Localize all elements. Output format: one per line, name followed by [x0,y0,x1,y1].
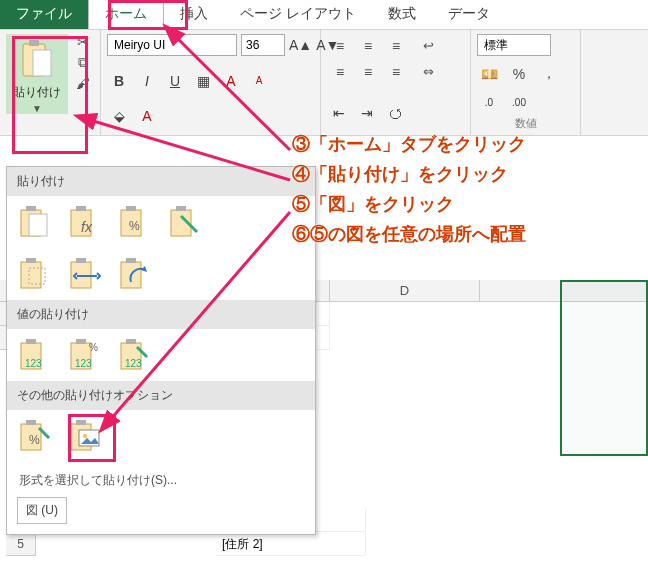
italic-button[interactable]: I [135,70,159,92]
paste-dropdown-panel: 貼り付け fx % 値の貼り付け 123 123% 123 その他の貼り付けオプ… [6,166,316,535]
paste-keep-source-icon[interactable] [167,204,203,240]
paste-transpose-icon[interactable] [117,256,153,292]
number-format-select[interactable] [477,34,551,56]
fill-color-button[interactable]: ⬙ [107,105,131,127]
svg-rect-32 [26,420,36,425]
svg-rect-15 [26,258,36,263]
cell-b5[interactable]: [住所 2] [216,532,366,556]
tab-formula[interactable]: 数式 [372,0,432,29]
svg-rect-13 [176,206,186,211]
paste-as-picture-icon[interactable] [67,418,103,454]
paste-values-format-icon[interactable]: 123 [117,337,153,373]
svg-rect-1 [29,40,39,46]
svg-text:%: % [89,342,98,353]
comma-button[interactable]: ， [537,63,561,85]
border-button[interactable]: ▦ [191,70,215,92]
paste-normal-icon[interactable] [17,204,53,240]
paste-formula-number-icon[interactable]: % [117,204,153,240]
annotation-line-1: ③「ホーム」タブをクリック [292,132,526,156]
bold-button[interactable]: B [107,70,131,92]
font-name-input[interactable] [107,34,237,56]
paste-other-title: その他の貼り付けオプション [7,381,315,410]
paste-button[interactable]: 貼り付け ▼ [6,34,68,114]
svg-rect-7 [76,206,86,211]
percent-button[interactable]: % [507,63,531,85]
row-header-5[interactable]: 5 [6,532,36,556]
annotation-line-3: ⑤「図」をクリック [292,192,454,216]
paste-label: 貼り付け [13,84,61,101]
svg-rect-2 [33,50,51,76]
tab-file[interactable]: ファイル [0,0,88,29]
svg-rect-4 [26,206,36,211]
merge-button[interactable]: ⇔ [415,60,441,82]
svg-text:123: 123 [125,358,142,369]
svg-rect-29 [126,339,136,344]
svg-text:fx: fx [81,219,93,235]
increase-decimal-button[interactable]: .00 [507,91,531,113]
svg-rect-18 [76,258,86,263]
paste-dropdown-icon[interactable]: ▼ [32,103,42,114]
ruby-small-icon[interactable]: A [247,70,271,92]
paste-values-title: 値の貼り付け [7,300,315,329]
svg-text:%: % [129,219,140,233]
paste-values-icon[interactable]: 123 [17,337,53,373]
svg-rect-5 [29,214,47,236]
paste-noborder-icon[interactable] [17,256,53,292]
underline-button[interactable]: U [163,70,187,92]
paste-section-title: 貼り付け [7,167,315,196]
tab-home[interactable]: ホーム [88,0,164,29]
ribbon: 貼り付け ▼ ✂ ⧉ 🖌 A▲ A▼ B I U ▦ A A ⬙ A [0,30,648,136]
indent-inc-button[interactable]: ⇥ [355,102,379,124]
cut-icon[interactable]: ✂ [72,34,94,50]
alignment-grid[interactable]: ≡≡≡ ≡≡≡ [327,34,409,84]
wrap-text-button[interactable]: ↩ [415,34,441,56]
svg-point-37 [83,434,87,438]
copy-icon[interactable]: ⧉ [72,54,94,71]
tab-page-layout[interactable]: ページ レイアウト [224,0,372,29]
paste-formatting-icon[interactable]: % [17,418,53,454]
paste-values-number-icon[interactable]: 123% [67,337,103,373]
font-color-button[interactable]: A [135,105,159,127]
tab-insert[interactable]: 挿入 [164,0,224,29]
paste-special-item[interactable]: 形式を選択して貼り付け(S)... [7,462,315,495]
paste-keep-width-icon[interactable] [67,256,103,292]
grow-font-icon[interactable]: A▲ [289,34,312,56]
svg-rect-35 [76,420,86,425]
font-size-input[interactable] [241,34,285,56]
svg-rect-10 [126,206,136,211]
annotation-line-4: ⑥⑤の図を任意の場所へ配置 [292,222,526,246]
currency-button[interactable]: 💴 [477,63,501,85]
tab-strip: ファイル ホーム 挿入 ページ レイアウト 数式 データ [0,0,648,30]
svg-text:123: 123 [75,358,92,369]
paste-picture-tooltip: 図 (U) [17,497,67,524]
clipboard-icon [19,38,55,82]
col-header-d[interactable]: D [330,280,480,301]
indent-dec-button[interactable]: ⇤ [327,102,351,124]
format-painter-icon[interactable]: 🖌 [72,75,94,91]
svg-text:123: 123 [25,358,42,369]
svg-rect-25 [76,339,86,344]
annotation-line-2: ④「貼り付け」をクリック [292,162,508,186]
svg-rect-20 [126,258,136,263]
decrease-decimal-button[interactable]: .0 [477,91,501,113]
tab-data[interactable]: データ [432,0,506,29]
orientation-button[interactable]: ⭯ [383,102,407,124]
svg-rect-22 [26,339,36,344]
ruby-icon[interactable]: A [219,70,243,92]
selection-outline [560,280,648,456]
clipboard-mini: ✂ ⧉ 🖌 [72,34,94,91]
paste-formula-icon[interactable]: fx [67,204,103,240]
svg-text:%: % [29,433,40,447]
